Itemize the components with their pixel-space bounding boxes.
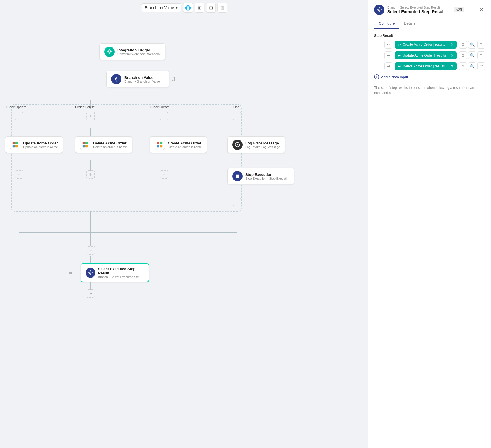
dropdown-arrow-icon: ▾	[176, 5, 178, 10]
branch-expand-icon[interactable]: ⇵	[171, 76, 176, 82]
result-tag-close-1[interactable]: ✕	[450, 53, 454, 57]
select-step-icon	[86, 268, 95, 278]
result-arrow-2[interactable]: ↩	[384, 62, 392, 70]
branch-label-order-delete: Order Delete	[75, 105, 95, 109]
add-btn-update-bottom[interactable]: +	[15, 170, 23, 179]
delete-btn-2[interactable]: 🗑	[477, 62, 485, 70]
panel-header: Branch - Select Executed Step Result Sel…	[368, 0, 491, 29]
delete-select-step-btn[interactable]: 🗑	[69, 270, 73, 275]
settings-btn-1[interactable]: ⚙	[459, 51, 467, 59]
integration-trigger-text: Integration Trigger Universal Webhook · …	[117, 48, 161, 56]
svg-rect-36	[85, 145, 88, 147]
result-row-actions-2: ⚙ 🔍 🗑	[459, 62, 485, 70]
filter-icon-btn[interactable]: ⊟	[206, 3, 216, 13]
svg-rect-30	[15, 142, 18, 144]
add-btn-bottom[interactable]: +	[87, 289, 95, 298]
result-tag-close-2[interactable]: ✕	[450, 64, 454, 68]
svg-rect-40	[160, 145, 162, 147]
result-row-actions-1: ⚙ 🔍 🗑	[459, 51, 485, 59]
branch-label-order-create: Order Create	[150, 105, 170, 109]
result-tag-close-0[interactable]: ✕	[450, 43, 454, 47]
svg-rect-44	[236, 175, 239, 178]
svg-point-27	[109, 51, 111, 53]
svg-rect-31	[13, 145, 15, 147]
log-error-node[interactable]: Log Error Message Log · Write Log Messag…	[227, 136, 285, 153]
svg-rect-39	[157, 145, 159, 147]
result-row-actions-0: ⚙ 🔍 🗑	[459, 41, 485, 49]
svg-point-45	[89, 272, 91, 274]
field-label-step-result: Step Result	[374, 34, 485, 38]
search-btn-1[interactable]: 🔍	[468, 51, 476, 59]
settings-btn-0[interactable]: ⚙	[459, 41, 467, 49]
panel-version: v25	[454, 7, 464, 12]
create-acme-order-node[interactable]: Create Acme Order Create an order in Acm…	[150, 136, 207, 153]
result-arrow-0[interactable]: ↩	[384, 41, 392, 49]
grid-icon-btn[interactable]: ⊠	[217, 3, 227, 13]
tab-configure[interactable]: Configure	[374, 18, 399, 29]
branch-text: Branch on Value Branch · Branch on Value	[124, 75, 160, 83]
result-row-2: ⋮⋮ ↩ ↩ Delete Acme Order | results ✕ ⚙ 🔍…	[374, 62, 485, 70]
svg-rect-32	[15, 145, 18, 147]
workflow-name: Branch on Value	[145, 5, 174, 10]
settings-btn-2[interactable]: ⚙	[459, 62, 467, 70]
panel-body: Step Result ⋮⋮ ↩ ↩ Create Acme Order | r…	[368, 29, 491, 448]
svg-rect-37	[157, 142, 159, 144]
result-tag-1: ↩ Update Acme Order | results ✕	[395, 51, 457, 59]
globe-icon-btn[interactable]: 🌐	[183, 3, 193, 13]
panel-tabs: Configure Details	[374, 18, 485, 29]
svg-point-28	[115, 78, 117, 80]
delete-acme-icon	[80, 140, 90, 150]
svg-rect-34	[85, 142, 88, 144]
drag-handle-0[interactable]: ⋮⋮	[374, 42, 382, 47]
panel-title-row: Branch - Select Executed Step Result Sel…	[374, 5, 485, 15]
svg-rect-29	[13, 142, 15, 144]
more-select-step-btn[interactable]: ···	[75, 270, 78, 275]
delete-acme-order-node[interactable]: Delete Acme Order Delete an order in Acm…	[75, 136, 132, 153]
log-error-icon	[232, 140, 243, 150]
add-btn-order-delete-top[interactable]: +	[86, 112, 95, 120]
branch-label-else: Else	[233, 105, 239, 109]
add-input-circle-icon: +	[374, 74, 379, 79]
panel-close-btn[interactable]: ✕	[477, 6, 485, 14]
search-btn-2[interactable]: 🔍	[468, 62, 476, 70]
right-panel: Branch - Select Executed Step Result Sel…	[368, 0, 491, 448]
workflow-dropdown[interactable]: Branch on Value ▾	[141, 3, 181, 12]
panel-more-btn[interactable]: ⋯	[467, 6, 475, 14]
svg-rect-16	[11, 104, 241, 211]
stop-execution-node[interactable]: Stop Execution Stop Execution · Stop Exe…	[227, 168, 294, 184]
branch-on-value-node[interactable]: Branch on Value Branch · Branch on Value	[106, 71, 169, 87]
add-btn-order-create-top[interactable]: +	[160, 112, 168, 120]
tab-details[interactable]: Details	[399, 18, 420, 29]
search-btn-0[interactable]: 🔍	[468, 41, 476, 49]
result-tag-icon-2: ↩	[398, 64, 401, 69]
add-btn-create-bottom[interactable]: +	[160, 170, 168, 179]
panel-title-text: Branch - Select Executed Step Result Sel…	[387, 6, 451, 14]
settings-icon-btn[interactable]: ⊞	[195, 3, 204, 13]
delete-btn-0[interactable]: 🗑	[477, 41, 485, 49]
add-btn-else-top[interactable]: +	[233, 112, 241, 120]
result-tag-0: ↩ Create Acme Order | results ✕	[395, 41, 457, 49]
delete-btn-1[interactable]: 🗑	[477, 51, 485, 59]
drag-handle-2[interactable]: ⋮⋮	[374, 64, 382, 69]
result-tag-label-0: Create Acme Order | results	[403, 43, 445, 47]
integration-trigger-node[interactable]: Integration Trigger Universal Webhook · …	[99, 43, 165, 60]
branch-icon	[111, 74, 121, 84]
add-data-input-btn[interactable]: + Add a data input	[374, 73, 408, 81]
branch-label-order-update: Order Update	[6, 105, 27, 109]
drag-handle-1[interactable]: ⋮⋮	[374, 53, 382, 58]
result-tag-2: ↩ Delete Acme Order | results ✕	[395, 62, 457, 70]
svg-rect-33	[83, 142, 85, 144]
create-acme-icon	[155, 140, 165, 150]
result-row-0: ⋮⋮ ↩ ↩ Create Acme Order | results ✕ ⚙ 🔍…	[374, 41, 485, 49]
add-btn-else-bottom[interactable]: +	[233, 198, 241, 206]
update-acme-order-node[interactable]: Update Acme Order Update an order in Acm…	[5, 136, 63, 153]
svg-rect-35	[83, 145, 85, 147]
panel-description: The set of step results to consider when…	[374, 85, 485, 95]
result-arrow-1[interactable]: ↩	[384, 51, 392, 59]
toolbar: Branch on Value ▾ 🌐 ⊞ ⊟ ⊠	[141, 3, 227, 13]
select-executed-step-result-node[interactable]: Select Executed Step Result Branch · Sel…	[81, 263, 149, 282]
add-btn-delete-bottom[interactable]: +	[86, 170, 95, 179]
add-btn-merge[interactable]: +	[87, 246, 95, 255]
add-btn-order-update-top[interactable]: +	[15, 112, 23, 120]
branch-on-value-wrapper: Branch on Value Branch · Branch on Value…	[106, 71, 176, 87]
